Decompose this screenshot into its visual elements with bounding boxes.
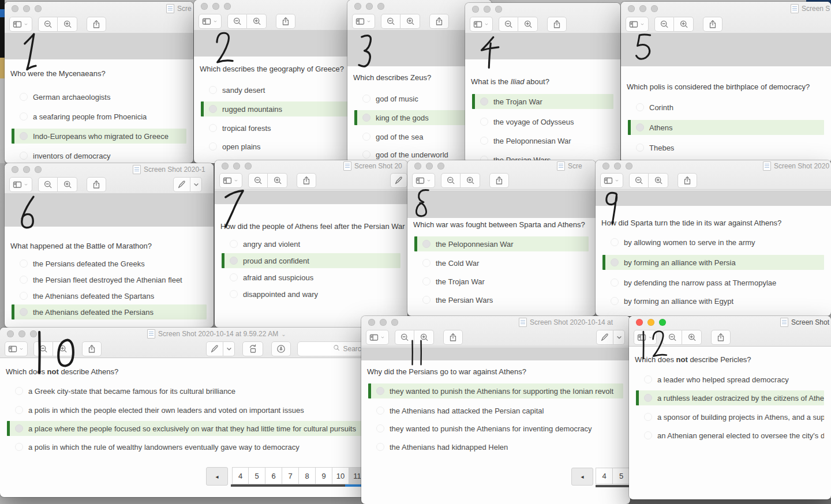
markup-dropdown-button[interactable] bbox=[223, 341, 235, 356]
answer-option[interactable]: Corinth bbox=[628, 100, 824, 115]
radio-button-icon[interactable] bbox=[230, 240, 238, 248]
pagination-page-button[interactable]: 7 bbox=[282, 467, 299, 484]
minimize-button[interactable] bbox=[233, 163, 240, 170]
answer-option[interactable]: the Athenians had kidnapped Helen bbox=[368, 439, 623, 454]
answer-option[interactable]: the Athenians had attacked the Persian c… bbox=[368, 403, 623, 418]
answer-option[interactable]: the Trojan War bbox=[472, 94, 613, 109]
zoom-button[interactable] bbox=[391, 319, 398, 326]
radio-button-icon[interactable] bbox=[20, 132, 28, 140]
close-button[interactable] bbox=[636, 319, 643, 326]
title-chevron-icon[interactable]: ⌄ bbox=[281, 331, 286, 337]
radio-button-icon[interactable] bbox=[644, 413, 652, 421]
radio-button-icon[interactable] bbox=[422, 259, 431, 267]
zoom-out-button[interactable] bbox=[38, 177, 58, 192]
answer-option[interactable]: they wanted to punish the Athenians for … bbox=[368, 421, 623, 436]
radio-button-icon[interactable] bbox=[422, 240, 431, 248]
answer-option[interactable]: a Greek city-state that became famous fo… bbox=[7, 383, 362, 398]
radio-button-icon[interactable] bbox=[480, 137, 488, 145]
share-button[interactable] bbox=[87, 177, 106, 192]
sidebar-button[interactable] bbox=[9, 17, 32, 32]
sidebar-button[interactable] bbox=[412, 173, 435, 188]
answer-option[interactable]: a polis in which the rule of wealthy lan… bbox=[7, 439, 362, 454]
zoom-in-button[interactable] bbox=[268, 173, 287, 188]
zoom-button[interactable] bbox=[495, 6, 502, 13]
radio-button-icon[interactable] bbox=[422, 296, 431, 304]
radio-button-icon[interactable] bbox=[636, 123, 644, 131]
radio-button-icon[interactable] bbox=[20, 276, 28, 284]
minimize-button[interactable] bbox=[614, 163, 621, 170]
markup-pen-button[interactable] bbox=[390, 173, 407, 188]
answer-option[interactable]: by forming an alliance with Egypt bbox=[602, 294, 824, 309]
share-button[interactable] bbox=[297, 173, 316, 188]
sidebar-button[interactable] bbox=[199, 14, 222, 29]
radio-button-icon[interactable] bbox=[209, 124, 217, 132]
zoom-button[interactable] bbox=[35, 166, 42, 173]
radio-button-icon[interactable] bbox=[362, 95, 370, 103]
sidebar-button[interactable] bbox=[634, 330, 657, 345]
answer-option[interactable]: a ruthless leader ostracized by the citi… bbox=[636, 390, 824, 405]
sidebar-button[interactable] bbox=[352, 14, 375, 29]
answer-option[interactable]: the Peloponnesian War bbox=[472, 133, 613, 148]
zoom-in-button[interactable] bbox=[682, 330, 702, 345]
answer-option[interactable]: an Athenian general elected to oversee t… bbox=[636, 428, 824, 443]
share-button[interactable] bbox=[276, 14, 295, 29]
radio-button-icon[interactable] bbox=[376, 424, 384, 432]
zoom-out-button[interactable] bbox=[499, 17, 518, 32]
zoom-in-button[interactable] bbox=[518, 17, 538, 32]
close-button[interactable] bbox=[201, 3, 208, 10]
minimize-button[interactable] bbox=[484, 6, 491, 13]
minimize-button[interactable] bbox=[426, 163, 433, 170]
pagination-page-button[interactable]: 4 bbox=[232, 467, 249, 484]
answer-option[interactable]: by forming an alliance with Persia bbox=[602, 255, 824, 270]
share-button[interactable] bbox=[711, 330, 731, 345]
answer-option[interactable]: by defending the narrow pass at Thermopy… bbox=[602, 275, 824, 290]
radio-button-icon[interactable] bbox=[15, 406, 23, 414]
radio-button-icon[interactable] bbox=[362, 151, 370, 159]
sidebar-button[interactable] bbox=[9, 177, 32, 192]
radio-button-icon[interactable] bbox=[636, 103, 644, 111]
markup-pen-button[interactable] bbox=[596, 330, 613, 345]
radio-button-icon[interactable] bbox=[362, 114, 370, 122]
share-button[interactable] bbox=[443, 330, 463, 345]
sidebar-button[interactable] bbox=[219, 173, 242, 188]
radio-button-icon[interactable] bbox=[376, 443, 384, 451]
sidebar-button[interactable] bbox=[366, 330, 389, 345]
share-button[interactable] bbox=[82, 341, 102, 356]
close-button[interactable] bbox=[628, 5, 635, 12]
zoom-out-button[interactable] bbox=[395, 330, 414, 345]
radio-button-icon[interactable] bbox=[20, 152, 28, 160]
zoom-button[interactable] bbox=[651, 5, 658, 12]
minimize-button[interactable] bbox=[366, 3, 373, 10]
close-button[interactable] bbox=[354, 3, 361, 10]
zoom-in-button[interactable] bbox=[674, 17, 694, 32]
radio-button-icon[interactable] bbox=[230, 273, 238, 281]
answer-option[interactable]: German archaeologists bbox=[12, 89, 186, 104]
zoom-button[interactable] bbox=[659, 319, 666, 326]
radio-button-icon[interactable] bbox=[422, 277, 431, 285]
answer-option[interactable]: by allowing women to serve in the army bbox=[602, 235, 824, 250]
zoom-button[interactable] bbox=[626, 163, 632, 170]
share-button[interactable] bbox=[87, 17, 106, 32]
radio-button-icon[interactable] bbox=[20, 308, 28, 316]
markup-dropdown-button[interactable] bbox=[190, 177, 202, 192]
answer-option[interactable]: the Cold War bbox=[414, 255, 589, 270]
zoom-in-button[interactable] bbox=[247, 14, 267, 29]
sidebar-button[interactable] bbox=[600, 173, 623, 188]
zoom-in-button[interactable] bbox=[53, 341, 73, 356]
close-button[interactable] bbox=[222, 163, 229, 170]
rotate-button[interactable] bbox=[242, 341, 263, 356]
zoom-in-button[interactable] bbox=[649, 173, 668, 188]
radio-button-icon[interactable] bbox=[636, 144, 644, 152]
sketch-button[interactable] bbox=[271, 341, 291, 356]
answer-option[interactable]: they wanted to punish the Athenians for … bbox=[368, 383, 623, 398]
answer-option[interactable]: proud and confident bbox=[222, 253, 400, 268]
answer-option[interactable]: rugged mountains bbox=[201, 101, 365, 116]
answer-option[interactable]: the Persian fleet destroyed the Athenian… bbox=[12, 272, 207, 287]
radio-button-icon[interactable] bbox=[209, 105, 217, 113]
minimize-button[interactable] bbox=[23, 166, 30, 173]
answer-option[interactable]: angry and violent bbox=[222, 236, 400, 251]
share-button[interactable] bbox=[703, 17, 723, 32]
answer-option[interactable]: the Persians defeated the Greeks bbox=[12, 256, 207, 271]
radio-button-icon[interactable] bbox=[376, 407, 384, 415]
answer-option[interactable]: sandy desert bbox=[201, 82, 365, 97]
